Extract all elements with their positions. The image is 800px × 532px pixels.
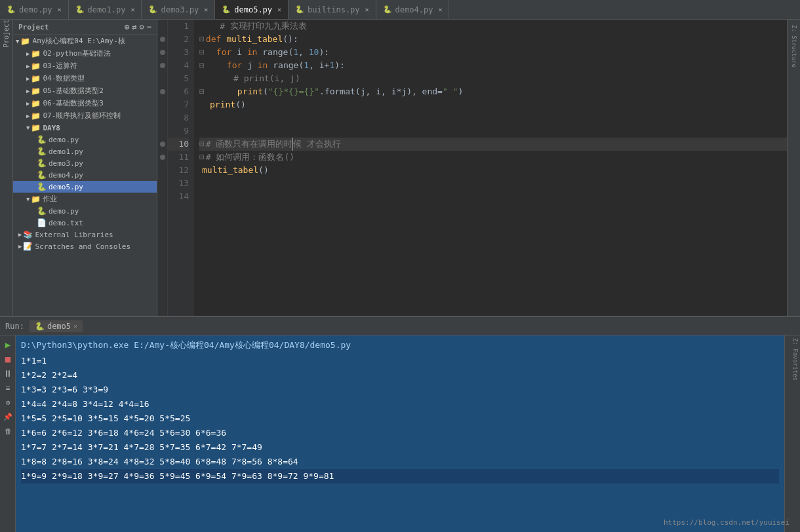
tab-demo3[interactable]: 🐍 demo3.py ✕ [142,0,215,19]
run-settings-button[interactable]: ⚙ [1,396,14,409]
run-content-area: ▶ ■ ⏸ ≡ ⚙ 📌 🗑 D:\Python3\python.exe E:/A… [0,335,800,532]
code-line-9 [199,124,787,138]
run-path: D:\Python3\python.exe E:/Amy-核心编程04/Amy核… [21,338,779,352]
run-stop-button[interactable]: ■ [1,352,14,366]
run-clear-button[interactable]: 🗑 [1,425,14,438]
sidebar-item-07[interactable]: ▶ 📁 07-顺序执行及循环控制 [13,109,157,122]
sidebar-item-scratches[interactable]: ▶ 📝 Scratches and Consoles [13,240,157,252]
add-icon[interactable]: ⊕ [125,22,129,31]
close-icon[interactable]: ✕ [365,6,369,13]
code-line-3: ⊟for i in range(1, 10): [199,46,787,59]
tab-builtins[interactable]: 🐍 builtins.py ✕ [289,0,376,19]
item-label: demo5.py [49,183,83,191]
close-icon[interactable]: ✕ [204,6,208,13]
tab-demo1[interactable]: 🐍 demo1.py ✕ [69,0,142,19]
fold-dot [160,142,165,147]
close-icon[interactable]: ✕ [130,6,134,13]
fold-dot [160,63,165,68]
structure-tab-label[interactable]: Z: Structure [791,20,797,67]
library-icon: 📚 [23,230,33,239]
item-label: Scratches and Consoles [35,242,130,251]
run-pause-button[interactable]: ⏸ [1,367,14,380]
sidebar-item-04[interactable]: ▶ 📁 04-数据类型 [13,72,157,85]
sidebar-item-demo5-py[interactable]: 🐍 demo5.py [13,181,157,193]
run-label: Run: [5,322,24,331]
sidebar-item-demo4-py[interactable]: 🐍 demo4.py [13,169,157,181]
sidebar-item-demo1-py[interactable]: 🐍 demo1.py [13,145,157,157]
python-file-icon: 🐍 [37,159,47,168]
run-tab-demo5[interactable]: 🐍 demo5 ✕ [30,320,83,332]
sidebar-item-03[interactable]: ▶ 📁 03-运算符 [13,60,157,72]
run-scroll-button[interactable]: ≡ [1,381,14,394]
output-line-8: 1*8=8 2*8=16 3*8=24 4*8=32 5*8=40 6*8=48… [21,455,779,469]
sidebar-item-02[interactable]: ▶ 📁 02-python基础语法 [13,47,157,60]
item-label: demo1.py [49,147,83,156]
tab-demo1-label: demo1.py [88,5,126,14]
sidebar-item-hw-txt[interactable]: 📄 demo.txt [13,217,157,229]
collapse-arrow: ▶ [26,50,30,57]
fold-icon: ⊟ [199,46,205,59]
code-line-6: ⊟print("{}*{}={}".format(j, i, i*j), end… [199,85,787,98]
tab-demo4[interactable]: 🐍 demo4.py ✕ [376,0,450,19]
code-container: 12345 6789 10 11121314 # 实现打印九九乘法表 ⊟def … [157,20,787,316]
tab-demo5[interactable]: 🐍 demo5.py ✕ [215,0,289,19]
run-play-button[interactable]: ▶ [1,338,14,351]
sidebar-item-05[interactable]: ▶ 📁 05-基础数据类型2 [13,85,157,97]
folder-icon: 📁 [20,37,30,46]
sync-icon[interactable]: ⇄ [132,22,136,31]
expand-arrow: ▼ [16,38,19,45]
tab-demo4-label: demo4.py [395,5,433,14]
sidebar-item-demo3-py[interactable]: 🐍 demo3.py [13,157,157,169]
sidebar-item-day8[interactable]: ▼ 📁 DAY8 [13,122,157,134]
code-editor[interactable]: # 实现打印九九乘法表 ⊟def multi_tabel(): ⊟for i i… [194,20,787,316]
python-icon: 🐍 [295,5,304,14]
fold-icon: ⊟ [199,151,205,164]
sidebar-item-demo-py[interactable]: 🐍 demo.py [13,134,157,145]
item-label: 02-python基础语法 [43,48,111,58]
expand-arrow: ▼ [26,124,30,131]
code-line-13 [199,177,787,190]
gear-icon[interactable]: ⚙ [140,22,144,31]
project-vertical-label[interactable]: Project [3,20,10,51]
right-panel: Z: Structure [787,20,800,316]
python-file-icon: 🐍 [37,147,47,156]
root-label: Amy核心编程04 E:\Amy-核 [32,36,125,46]
python-icon: 🐍 [7,5,16,14]
python-icon: 🐍 [75,5,85,14]
left-panel: Project [0,20,13,316]
run-right-panel: Z: Favorites [784,335,800,532]
tab-demo[interactable]: 🐍 demo.py ✕ [0,0,69,19]
close-icon[interactable]: ✕ [58,6,62,13]
fold-dot [160,37,165,42]
close-icon[interactable]: ✕ [438,6,442,13]
item-label: demo4.py [49,171,83,180]
tab-demo3-label: demo3.py [161,5,199,14]
favorites-label[interactable]: Z: Favorites [786,338,799,381]
fold-icon: ⊟ [199,33,205,46]
sidebar-item-06[interactable]: ▶ 📁 06-基础数据类型3 [13,97,157,109]
collapse-arrow: ▶ [26,63,30,69]
python-icon: 🐍 [383,5,392,14]
collapse-arrow: ▶ [26,113,30,119]
python-icon: 🐍 [35,322,45,331]
tab-demo-label: demo.py [19,5,52,14]
folder-icon: 📁 [31,62,41,71]
sidebar-item-hw-demo[interactable]: 🐍 demo.py [13,205,157,217]
item-label: 03-运算符 [43,61,77,71]
folder-icon: 📁 [31,74,41,83]
run-tab-label: demo5 [47,322,71,331]
run-toolbar: Run: 🐍 demo5 ✕ [0,317,800,335]
python-file-icon: 🐍 [37,170,47,180]
code-line-14 [199,190,787,203]
line-numbers: 12345 6789 10 11121314 [168,20,194,316]
tree-root[interactable]: ▼ 📁 Amy核心编程04 E:\Amy-核 [13,35,157,47]
close-icon[interactable]: ✕ [73,322,77,330]
close-icon[interactable]: ✕ [277,6,281,13]
run-pin-button[interactable]: 📌 [1,410,14,423]
code-line-4: ⊟for j in range(1, i+1): [199,59,787,72]
output-line-4: 1*4=4 2*4=8 3*4=12 4*4=16 [21,397,779,411]
sidebar-item-extlibs[interactable]: ▶ 📚 External Libraries [13,229,157,240]
minimize-icon[interactable]: − [147,22,151,31]
sidebar-item-homework[interactable]: ▼ 📁 作业 [13,193,157,205]
output-line-3: 1*3=3 2*3=6 3*3=9 [21,383,779,397]
